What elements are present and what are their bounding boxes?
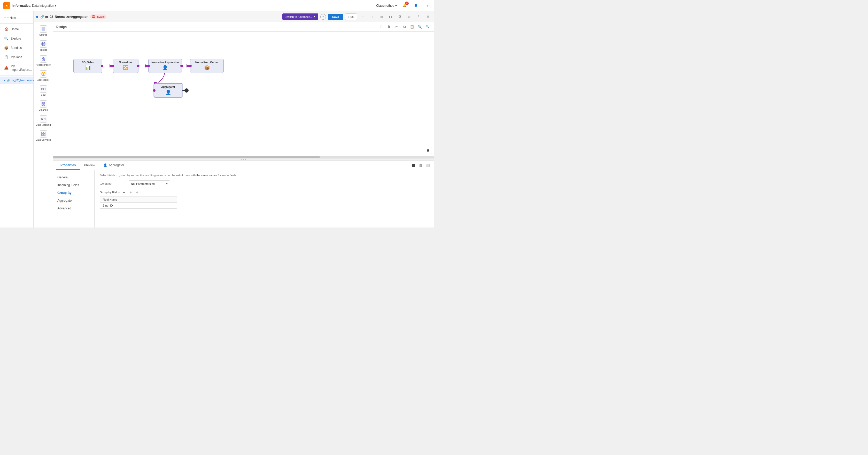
more-button[interactable]: ⋮ bbox=[415, 13, 422, 21]
table-row[interactable]: Emp_ID bbox=[100, 203, 177, 208]
properties-content: General Incoming Fields Group By Aggrega… bbox=[53, 170, 434, 227]
tab-preview[interactable]: Preview bbox=[80, 161, 99, 170]
cut-button[interactable]: ⧉ bbox=[396, 13, 404, 21]
prop-nav-group-by[interactable]: Group By bbox=[53, 189, 94, 197]
switch-advanced-button[interactable]: Switch to Advanced... ▾ bbox=[282, 13, 318, 20]
copy-button[interactable]: ⊕ bbox=[406, 13, 413, 21]
topbar-right: Classmethod ▾ 🔔 13 👤 ? bbox=[376, 2, 431, 9]
access-policy-tool-icon bbox=[40, 55, 47, 62]
aggregator-input-port bbox=[153, 89, 156, 92]
svg-rect-6 bbox=[42, 30, 44, 30]
topbar: Informatica Data Integration ▾ Classmeth… bbox=[0, 0, 434, 11]
cleanse-tool-icon bbox=[40, 100, 47, 108]
canvas-scrollbar[interactable] bbox=[53, 156, 434, 158]
properties-main: Select fields to group by so that the re… bbox=[95, 170, 434, 227]
new-button[interactable]: + + New... bbox=[0, 13, 33, 22]
tool-more[interactable]: ⋯ bbox=[34, 143, 53, 150]
normalizer-output-input-port bbox=[189, 65, 192, 67]
canvas-main: Design ⊞ 🗑 ✂ ⧉ 📋 🔍 🔍 bbox=[53, 22, 434, 156]
save-button[interactable]: Save bbox=[328, 14, 343, 20]
normalizer-input-port bbox=[112, 65, 114, 67]
svg-line-22 bbox=[44, 118, 44, 120]
target-tool-icon bbox=[40, 40, 47, 48]
tool-data-services[interactable]: Data Services bbox=[34, 128, 53, 143]
tool-source[interactable]: Source bbox=[34, 23, 53, 38]
svg-rect-16 bbox=[42, 103, 43, 104]
undo-button[interactable]: ↩ bbox=[359, 13, 366, 21]
sidebar-item-bundles[interactable]: 📦 Bundles bbox=[0, 43, 33, 53]
bundles-icon: 📦 bbox=[4, 46, 8, 50]
module-name: Data Integration ▾ bbox=[32, 4, 56, 7]
prop-nav-advanced[interactable]: Advanced bbox=[53, 204, 94, 212]
org-selector[interactable]: Classmethod ▾ bbox=[376, 4, 397, 7]
tool-access-policy[interactable]: Access Policy bbox=[34, 53, 53, 68]
paste-special-button[interactable]: ⊟ bbox=[387, 13, 394, 21]
canvas-properties-container: Design ⊞ 🗑 ✂ ⧉ 📋 🔍 🔍 bbox=[53, 22, 434, 227]
node-so-sales[interactable]: SO_Sales 📊 bbox=[73, 59, 102, 73]
node-normalizer[interactable]: Normalizer 🔀 bbox=[113, 59, 138, 73]
delete-button[interactable]: 🗑 bbox=[385, 24, 392, 30]
svg-text:∑: ∑ bbox=[42, 73, 44, 76]
run-button[interactable]: Run bbox=[345, 13, 357, 20]
node-normalizer-expression[interactable]: NormalizerExpression 👤 bbox=[148, 59, 182, 73]
prop-description: Select fields to group by so that the re… bbox=[100, 173, 429, 177]
tool-aggregator[interactable]: ∑ Aggregator bbox=[34, 68, 53, 83]
diagram-canvas[interactable]: SO_Sales 📊 Normalizer 🔀 bbox=[53, 32, 434, 156]
svg-rect-18 bbox=[42, 104, 43, 106]
fields-header: Group by Fields + ⊖ ⊗ bbox=[100, 190, 429, 195]
copy-special-button[interactable]: ⊞ bbox=[378, 13, 385, 21]
zoom-out-button[interactable]: 🔍 bbox=[424, 24, 431, 30]
sidebar-item-my-import-export[interactable]: 📤 My Import/Export... bbox=[0, 62, 33, 74]
canvas-area: 🔗 m_02_NormalizerAggregator ⛔ Invalid Sw… bbox=[34, 11, 434, 227]
tab-properties[interactable]: Properties bbox=[56, 161, 80, 170]
help-button[interactable]: ? bbox=[424, 2, 431, 9]
paste-canvas-button[interactable]: 📋 bbox=[409, 24, 415, 30]
prop-nav-general[interactable]: General bbox=[53, 173, 94, 181]
remove-all-fields-button[interactable]: ⊗ bbox=[135, 190, 140, 195]
prop-nav-incoming-fields[interactable]: Incoming Fields bbox=[53, 181, 94, 189]
grid-view-button[interactable]: ⊞ bbox=[378, 24, 384, 30]
minimap-button[interactable]: ⊞ bbox=[425, 147, 432, 154]
source-tool-icon bbox=[40, 25, 47, 33]
svg-rect-25 bbox=[41, 134, 43, 136]
panel-layout-right-button[interactable]: ▥ bbox=[417, 162, 424, 169]
fields-table-header: Field Name bbox=[100, 197, 177, 203]
group-by-select[interactable]: Not Parameterized ▾ bbox=[129, 180, 170, 187]
import-export-icon: 📤 bbox=[4, 66, 8, 70]
notification-count: 13 bbox=[405, 2, 409, 5]
main-layout: + + New... 🏠 Home 🔍 Explore 📦 Bundles 📋 … bbox=[0, 11, 434, 227]
remove-field-button[interactable]: ⊖ bbox=[128, 190, 133, 195]
node-aggregator[interactable]: Aggregator 👤 bbox=[154, 83, 182, 97]
prop-nav-aggregate[interactable]: Aggregate bbox=[53, 197, 94, 204]
tool-cleanse[interactable]: Cleanse bbox=[34, 98, 53, 113]
svg-rect-24 bbox=[44, 132, 45, 134]
resize-handle[interactable] bbox=[53, 158, 434, 160]
connections-svg bbox=[53, 32, 434, 156]
add-field-button[interactable]: + bbox=[121, 190, 127, 195]
svg-rect-23 bbox=[41, 132, 43, 134]
close-button[interactable]: ✕ bbox=[424, 13, 431, 21]
notifications-button[interactable]: 🔔 13 bbox=[401, 2, 408, 9]
cut-button[interactable]: ✂ bbox=[393, 24, 400, 30]
svg-rect-4 bbox=[42, 28, 45, 28]
sidebar-item-home[interactable]: 🏠 Home bbox=[0, 25, 33, 34]
tool-target[interactable]: Target bbox=[34, 38, 53, 53]
copy-canvas-button[interactable]: ⧉ bbox=[401, 24, 408, 30]
canvas-scrollbar-thumb[interactable] bbox=[53, 156, 320, 158]
panel-layout-full-button[interactable]: ⬜ bbox=[425, 162, 431, 169]
node-normalizer-output[interactable]: Normalizer_Output 📦 bbox=[190, 59, 224, 73]
tool-b2b[interactable]: B2B bbox=[34, 83, 53, 98]
switch-advanced-help-icon[interactable]: ? bbox=[320, 14, 326, 20]
user-profile-button[interactable]: 👤 bbox=[412, 2, 420, 9]
sidebar-item-explore[interactable]: 🔍 Explore bbox=[0, 34, 33, 43]
invalid-badge: ⛔ Invalid bbox=[90, 15, 107, 19]
sidebar-item-my-jobs[interactable]: 📋 My Jobs bbox=[0, 53, 33, 62]
zoom-in-button[interactable]: 🔍 bbox=[416, 24, 423, 30]
redo-button[interactable]: ↪ bbox=[368, 13, 376, 21]
tool-data-masking[interactable]: Data Masking bbox=[34, 113, 53, 128]
svg-point-11 bbox=[43, 59, 44, 60]
tab-aggregator[interactable]: 👤 Aggregator bbox=[99, 161, 128, 170]
active-mapping-item[interactable]: ● 🔗 m_02_Normalizer... bbox=[0, 77, 33, 84]
panel-layout-bottom-button[interactable]: ⬛ bbox=[410, 162, 416, 169]
svg-rect-19 bbox=[44, 104, 45, 106]
